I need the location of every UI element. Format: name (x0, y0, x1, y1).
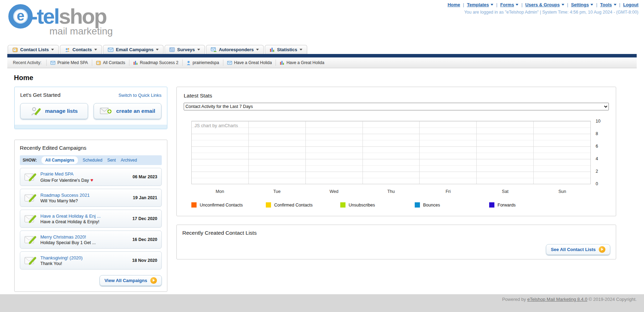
recent-activity-label: Recent Activity: (7, 60, 46, 65)
person-icon (186, 61, 191, 65)
tab-surveys[interactable]: Surveys (165, 45, 205, 54)
campaign-date: 16 Dec 2020 (132, 237, 157, 242)
campaign-date: 18 Nov 2020 (132, 258, 157, 263)
legend-swatch (340, 202, 345, 208)
tab-statistics[interactable]: Statistics (265, 45, 307, 54)
arrow-right-icon (150, 277, 157, 284)
envelope-icon (227, 61, 232, 65)
contact-lists-panel: Recently Created Contact Lists See All C… (176, 225, 616, 259)
switch-quick-links-link[interactable]: Switch to Quick Links (118, 93, 161, 98)
amcharts-watermark: JS chart by amCharts (194, 123, 238, 128)
recent-activity-item[interactable]: Prairie Med SPA (46, 60, 92, 66)
campaign-row[interactable]: Prairie Med SPA Glow For Valentine's Day… (20, 168, 162, 186)
campaign-link[interactable]: Thanksgiving! (2020) (40, 255, 129, 260)
campaign-row[interactable]: Thanksgiving! (2020) Thank You! 18 Nov 2… (20, 251, 162, 270)
manage-lists-icon (31, 107, 41, 116)
nav-users-groups[interactable]: Users & Groups (525, 2, 560, 7)
arrow-right-icon (599, 246, 605, 253)
recent-activity-item[interactable]: prairiemedspa (182, 60, 223, 66)
nav-settings[interactable]: Settings (571, 2, 589, 7)
filter-all-campaigns[interactable]: All Campaigns (42, 157, 78, 164)
envelope-edit-icon (24, 172, 37, 182)
nav-home[interactable]: Home (447, 2, 460, 7)
chevron-down-icon (256, 49, 259, 50)
manage-lists-button[interactable]: manage lists (20, 103, 88, 119)
chevron-down-icon (51, 49, 54, 50)
campaigns-title: Recently Edited Campaigns (20, 145, 162, 151)
get-started-panel: Let's Get Started Switch to Quick Links … (14, 87, 167, 129)
legend-swatch (415, 202, 420, 208)
contact-card-icon (13, 47, 18, 52)
main-content: e -telshop mail marketing Home| Template… (0, 0, 644, 294)
campaign-row[interactable]: Merry Christmas 2020! Holiday Special Bu… (20, 231, 162, 249)
nav-forms[interactable]: Forms (500, 2, 514, 7)
campaign-link[interactable]: Have a Great Holiday & Enj ... (40, 213, 129, 219)
tab-email-campaigns[interactable]: Email Campaigns (103, 45, 164, 54)
create-email-icon (100, 107, 112, 115)
autoresponder-icon (211, 47, 216, 52)
footer: Powered by eTelshop Mail Marketing 8.4.0… (0, 294, 644, 312)
envelope-edit-icon (24, 235, 37, 244)
create-email-button[interactable]: create an email (94, 103, 161, 119)
logo-name: -telshop (31, 6, 106, 27)
legend-item[interactable]: Unconfirmed Contacts (191, 202, 266, 208)
legend-item[interactable]: Bounces (415, 202, 489, 208)
campaign-row[interactable]: Have a Great Holiday & Enj ... Have a Gr… (20, 210, 162, 228)
envelope-edit-icon (24, 256, 37, 265)
chevron-down-icon (94, 49, 97, 50)
legend-item[interactable]: Unsubscribes (340, 202, 415, 208)
campaign-filter-bar: SHOW: All Campaigns Scheduled Sent Archi… (20, 155, 162, 165)
view-all-campaigns-button[interactable]: View All Campaigns (100, 275, 162, 286)
legend-swatch (191, 202, 197, 208)
people-icon (65, 47, 70, 52)
chevron-down-icon (614, 4, 617, 6)
recent-activity-item[interactable]: Have a Great Holida (276, 60, 328, 66)
nav-logout[interactable]: Logout (623, 2, 638, 7)
chevron-down-icon (491, 4, 493, 6)
footer-version-link[interactable]: eTelshop Mail Marketing 8.4.0 (527, 297, 587, 302)
contact-lists-title: Recently Created Contact Lists (182, 230, 610, 236)
campaign-link[interactable]: Roadmap Success 2021 (40, 193, 129, 198)
filter-sent[interactable]: Sent (107, 158, 116, 163)
nav-templates[interactable]: Templates (467, 2, 489, 7)
legend-item[interactable]: Forwards (489, 202, 564, 208)
tab-contacts[interactable]: Contacts (60, 45, 102, 54)
filter-archived[interactable]: Archived (121, 158, 137, 163)
chart-plot-area: JS chart by amCharts (191, 121, 591, 184)
envelope-icon (108, 48, 113, 52)
tabbar-underline (7, 54, 637, 57)
campaigns-panel: Recently Edited Campaigns SHOW: All Camp… (14, 140, 167, 292)
campaign-link[interactable]: Merry Christmas 2020! (40, 234, 129, 240)
chevron-down-icon (156, 49, 159, 50)
recent-activity-item[interactable]: All Contacts (92, 60, 129, 66)
tab-contact-lists[interactable]: Contact Lists (8, 45, 59, 54)
y-axis: 10 8 6 4 2 0 (591, 121, 607, 184)
filter-scheduled[interactable]: Scheduled (82, 158, 102, 163)
recent-activity-item[interactable]: Have a Great Holida (223, 60, 276, 66)
legend-item[interactable]: Confirmed Contacts (266, 202, 340, 208)
envelope-edit-icon (24, 193, 37, 203)
recent-activity-bar: Recent Activity: Prairie Med SPA All Con… (7, 57, 637, 68)
logo-e-icon: e (8, 4, 33, 29)
heart-icon: ♥ (90, 177, 93, 183)
campaign-date: 19 Jan 2021 (133, 195, 157, 200)
see-all-contact-lists-button[interactable]: See All Contact Lists (546, 244, 610, 255)
chevron-down-icon (197, 49, 200, 50)
chart-legend: Unconfirmed Contacts Confirmed Contacts … (191, 202, 607, 208)
nav-tools[interactable]: Tools (600, 2, 612, 7)
chevron-down-icon (562, 4, 564, 6)
campaign-row[interactable]: Roadmap Success 2021 Will You Marry Me? … (20, 189, 162, 207)
stats-period-select[interactable]: Contact Activity for the Last 7 Days (184, 103, 609, 110)
bar-chart-icon (270, 47, 275, 52)
activity-chart: JS chart by amCharts 10 (191, 121, 607, 208)
login-status: You are logged in as "eTelshop Admin" | … (447, 10, 638, 15)
campaign-date: 17 Dec 2020 (132, 216, 157, 221)
chevron-down-icon (516, 4, 518, 6)
tab-autoresponders[interactable]: Autoresponders (206, 45, 264, 54)
recent-activity-item[interactable]: Roadmap Success 2 (129, 60, 182, 66)
page-title: Home (14, 74, 637, 82)
header: e -telshop mail marketing Home| Template… (0, 0, 644, 45)
get-started-title: Let's Get Started (20, 92, 61, 98)
campaign-link[interactable]: Prairie Med SPA (40, 171, 129, 177)
survey-icon (169, 47, 175, 52)
